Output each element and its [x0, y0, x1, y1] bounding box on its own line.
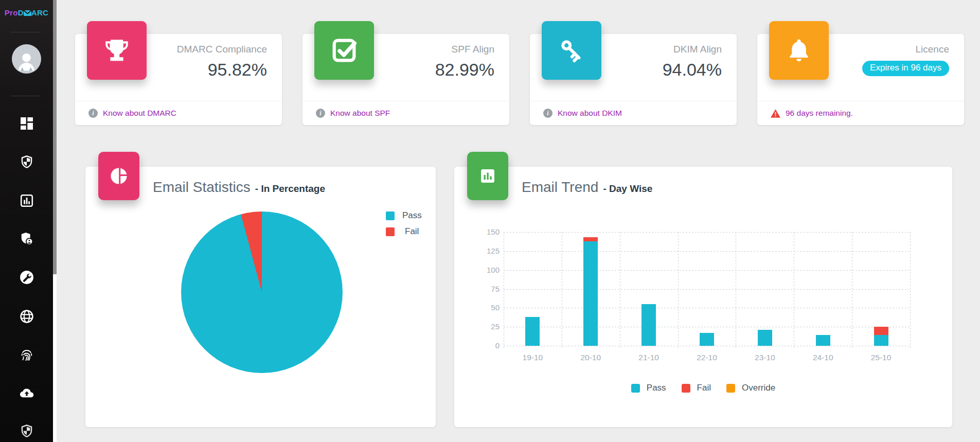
bar-plot: 19-1020-1021-1022-1023-1024-1025-10 [504, 232, 910, 346]
bar[interactable] [525, 317, 540, 346]
shield-check-icon [19, 423, 35, 439]
pie-chart[interactable] [181, 211, 343, 373]
legend-swatch-icon [386, 211, 395, 220]
stat-card-dmarc: DMARC Compliance 95.82% i Know about DMA… [75, 34, 282, 125]
bar-segment-pass [642, 304, 656, 346]
sidebar-item-reports[interactable] [19, 192, 35, 209]
trophy-icon [87, 21, 147, 80]
stat-value: 95.82% [208, 60, 267, 80]
stat-card-spf: SPF Align 82.99% i Know about SPF [302, 34, 509, 125]
sidebar-divider [11, 96, 41, 96]
bar-segment-fail [583, 237, 598, 241]
x-tick-label: 20-10 [562, 353, 620, 362]
avatar[interactable] [12, 44, 41, 74]
y-tick-label: 50 [491, 303, 500, 312]
stat-card-row: DMARC Compliance 95.82% i Know about DMA… [75, 34, 964, 125]
shield-icon [19, 154, 35, 170]
sidebar-divider [11, 32, 41, 32]
cloud-upload-icon [19, 385, 35, 401]
stat-value: 94.04% [663, 60, 722, 80]
y-tick-label: 25 [491, 322, 500, 331]
x-tick-label: 23-10 [736, 353, 794, 362]
email-trend-card: Email Trend - Day Wise 0255075100125150 … [454, 167, 952, 427]
scrollbar-thumb[interactable] [53, 0, 57, 274]
stat-footer-text: Know about SPF [330, 109, 390, 118]
globe-icon [19, 308, 35, 325]
bar[interactable] [816, 335, 830, 346]
stat-label: SPF Align [452, 44, 494, 55]
sidebar-item-domains[interactable] [19, 308, 35, 325]
bar-segment-pass [700, 333, 714, 346]
legend-swatch-icon [631, 384, 640, 393]
bar-segment-fail [874, 327, 888, 335]
bar[interactable] [874, 327, 888, 346]
x-tick-label: 21-10 [620, 353, 678, 362]
card-title: Email Statistics [153, 179, 251, 196]
stat-label: DKIM Align [673, 44, 722, 55]
stat-footer-text: Know about DMARC [103, 109, 176, 118]
y-tick-label: 0 [495, 341, 500, 350]
bell-icon [769, 21, 829, 80]
sidebar-item-domain-admin[interactable] [19, 231, 35, 247]
wrench-icon [19, 269, 35, 286]
stat-value: 82.99% [435, 60, 494, 80]
app-logo[interactable]: ProDARC [0, 8, 53, 17]
x-tick-label: 19-10 [504, 353, 562, 362]
stat-card-dkim: DKIM Align 94.04% i Know about DKIM [530, 34, 737, 125]
sidebar-item-settings[interactable] [19, 269, 35, 286]
bar-legend-label: Override [742, 383, 775, 393]
email-statistics-card: Email Statistics - In Percentage PassFai… [85, 167, 436, 427]
sidebar-item-dashboard[interactable] [19, 115, 35, 132]
gridline [910, 232, 911, 349]
card-subtitle: - In Percentage [255, 183, 325, 195]
know-about-dmarc-link[interactable]: i Know about DMARC [75, 101, 282, 125]
bar-chart-icon [19, 192, 35, 209]
pie-legend: PassFail [386, 210, 422, 242]
gridline [504, 346, 910, 346]
sidebar-scrollbar[interactable] [53, 0, 57, 442]
main-content: DMARC Compliance 95.82% i Know about DMA… [57, 0, 980, 442]
bar-chart: 0255075100125150 19-1020-1021-1022-1023-… [454, 167, 952, 427]
sidebar-item-upload[interactable] [19, 385, 35, 401]
sidebar-item-forensics[interactable] [19, 346, 35, 363]
bar-legend-item[interactable]: Pass [631, 383, 666, 393]
pie-legend-item[interactable]: Fail [386, 226, 422, 237]
user-shield-icon [19, 231, 35, 247]
fingerprint-icon [19, 346, 35, 363]
info-icon: i [316, 109, 325, 118]
bar[interactable] [758, 330, 772, 346]
pie-chart-icon [98, 152, 139, 200]
know-about-dkim-link[interactable]: i Know about DKIM [530, 101, 737, 125]
know-about-spf-link[interactable]: i Know about SPF [302, 101, 509, 125]
bar-ylabels: 0255075100125150 [454, 232, 500, 346]
x-tick-label: 25-10 [852, 353, 910, 362]
info-icon: i [88, 109, 98, 118]
dashboard-icon [19, 115, 35, 132]
bar-legend-label: Pass [647, 383, 666, 393]
sidebar-item-security[interactable] [19, 154, 35, 170]
pie-legend-label: Pass [402, 210, 422, 221]
check-square-icon [314, 21, 374, 80]
logo-text-pro: Pro [5, 8, 18, 17]
stat-label: Licence [916, 44, 950, 55]
stat-label: DMARC Compliance [177, 44, 267, 55]
x-tick-label: 24-10 [794, 353, 852, 362]
bar[interactable] [642, 304, 656, 346]
pie-legend-item[interactable]: Pass [386, 210, 422, 221]
legend-swatch-icon [682, 384, 690, 393]
sidebar-item-policy[interactable] [19, 423, 35, 439]
y-tick-label: 75 [491, 285, 500, 293]
bar-legend-item[interactable]: Override [726, 383, 775, 393]
bar-legend-item[interactable]: Fail [682, 383, 711, 393]
pie-legend-label: Fail [405, 226, 419, 237]
bar-segment-pass [525, 317, 540, 346]
key-icon [542, 21, 601, 80]
legend-swatch-icon [726, 384, 735, 393]
bar-legend: PassFailOverride [454, 383, 952, 393]
bar[interactable] [700, 333, 714, 346]
licence-remaining-note: 96 days remaining. [757, 101, 964, 125]
user-silhouette-icon [15, 48, 38, 74]
logo-text-arc: ARC [31, 8, 48, 17]
x-tick-label: 22-10 [678, 353, 736, 362]
bar[interactable] [583, 237, 598, 346]
